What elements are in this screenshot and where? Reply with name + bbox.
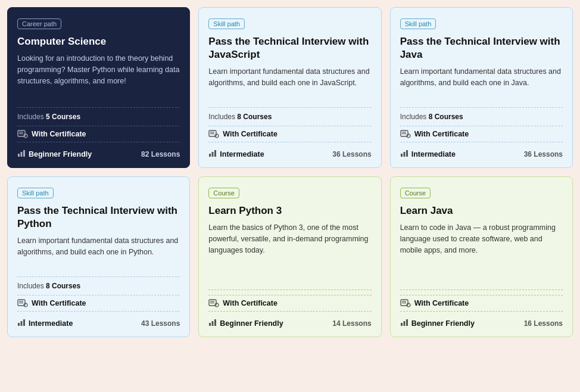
svg-rect-4 bbox=[18, 154, 20, 157]
svg-rect-41 bbox=[406, 319, 408, 326]
card-bottom-row: Beginner Friendly82 Lessons bbox=[17, 146, 180, 159]
card-bottom-row: Intermediate36 Lessons bbox=[400, 146, 563, 159]
card-title: Pass the Technical Interview with Java bbox=[400, 35, 563, 61]
certificate-icon bbox=[208, 299, 219, 307]
lessons-count: 36 Lessons bbox=[524, 150, 563, 158]
card-title: Learn Python 3 bbox=[208, 204, 371, 217]
svg-point-22 bbox=[24, 303, 27, 307]
cert-label: With Certificate bbox=[32, 299, 86, 307]
svg-rect-33 bbox=[212, 321, 214, 326]
svg-point-1 bbox=[24, 134, 27, 138]
level-text: Beginner Friendly bbox=[411, 319, 475, 328]
card-badge: Skill path bbox=[17, 188, 54, 198]
level-text: Beginner Friendly bbox=[220, 319, 283, 328]
card-bottom-row: Intermediate43 Lessons bbox=[17, 315, 180, 328]
svg-rect-26 bbox=[21, 321, 23, 326]
card-includes: Includes 8 Courses bbox=[17, 282, 180, 290]
certificate-icon bbox=[208, 130, 219, 138]
card-divider bbox=[400, 290, 563, 290]
card-1[interactable]: Skill pathPass the Technical Interview w… bbox=[198, 7, 381, 168]
card-title: Learn Java bbox=[400, 204, 563, 217]
card-badge: Skill path bbox=[400, 18, 436, 29]
certificate-icon bbox=[400, 299, 411, 307]
card-badge: Skill path bbox=[208, 18, 245, 29]
card-badge: Course bbox=[400, 188, 431, 198]
card-title: Computer Science bbox=[17, 35, 180, 48]
card-divider bbox=[208, 107, 371, 108]
level-row: Intermediate bbox=[208, 150, 264, 159]
card-description: Looking for an introduction to the theor… bbox=[17, 53, 180, 100]
level-row: Beginner Friendly bbox=[17, 150, 92, 159]
card-divider bbox=[208, 290, 371, 290]
svg-rect-27 bbox=[23, 319, 25, 326]
level-row: Beginner Friendly bbox=[400, 319, 475, 328]
card-badge: Course bbox=[208, 188, 239, 198]
svg-point-29 bbox=[215, 303, 219, 307]
svg-rect-34 bbox=[214, 319, 216, 326]
card-divider bbox=[400, 107, 563, 108]
level-bar-icon bbox=[17, 150, 26, 159]
svg-rect-5 bbox=[21, 152, 23, 157]
card-4[interactable]: CourseLearn Python 3Learn the basics of … bbox=[198, 176, 381, 337]
cert-row: With Certificate bbox=[17, 126, 180, 142]
svg-point-36 bbox=[407, 303, 410, 307]
card-2[interactable]: Skill pathPass the Technical Interview w… bbox=[390, 7, 573, 168]
svg-rect-19 bbox=[403, 152, 405, 157]
svg-rect-20 bbox=[406, 150, 408, 157]
cert-row: With Certificate bbox=[400, 295, 563, 312]
cert-row: With Certificate bbox=[400, 126, 563, 142]
card-includes: Includes 8 Courses bbox=[208, 113, 371, 121]
level-row: Intermediate bbox=[17, 319, 73, 328]
cert-label: With Certificate bbox=[223, 130, 277, 138]
lessons-count: 16 Lessons bbox=[524, 319, 563, 328]
cert-label: With Certificate bbox=[414, 299, 469, 307]
cert-row: With Certificate bbox=[17, 295, 180, 312]
card-description: Learn important fundamental data structu… bbox=[400, 66, 563, 100]
card-includes: Includes 8 Courses bbox=[400, 113, 563, 121]
cert-label: With Certificate bbox=[414, 130, 469, 138]
svg-rect-18 bbox=[401, 154, 403, 157]
svg-rect-32 bbox=[209, 323, 211, 326]
cert-label: With Certificate bbox=[32, 130, 86, 138]
svg-point-15 bbox=[407, 134, 410, 138]
level-text: Intermediate bbox=[411, 150, 456, 158]
certificate-icon bbox=[17, 130, 28, 138]
level-bar-icon bbox=[17, 319, 26, 328]
certificate-icon bbox=[17, 299, 28, 307]
card-bottom-row: Beginner Friendly16 Lessons bbox=[400, 315, 563, 328]
card-grid: Career pathComputer ScienceLooking for a… bbox=[7, 7, 573, 337]
cert-label: With Certificate bbox=[223, 299, 277, 307]
level-text: Intermediate bbox=[29, 319, 73, 328]
lessons-count: 43 Lessons bbox=[141, 319, 180, 328]
level-text: Intermediate bbox=[220, 150, 264, 158]
lessons-count: 36 Lessons bbox=[332, 150, 371, 158]
cert-row: With Certificate bbox=[208, 126, 371, 142]
svg-rect-39 bbox=[401, 323, 403, 326]
cert-row: With Certificate bbox=[208, 295, 371, 312]
card-description: Learn important fundamental data structu… bbox=[17, 235, 180, 269]
card-title: Pass the Technical Interview with JavaSc… bbox=[208, 35, 371, 61]
card-badge: Career path bbox=[17, 18, 61, 29]
lessons-count: 14 Lessons bbox=[332, 319, 371, 328]
svg-rect-12 bbox=[212, 152, 214, 157]
certificate-icon bbox=[400, 130, 411, 138]
card-description: Learn to code in Java — a robust program… bbox=[400, 222, 563, 282]
card-3[interactable]: Skill pathPass the Technical Interview w… bbox=[7, 176, 190, 337]
level-bar-icon bbox=[208, 150, 217, 159]
card-0[interactable]: Career pathComputer ScienceLooking for a… bbox=[7, 7, 190, 168]
svg-rect-25 bbox=[18, 323, 20, 326]
level-bar-icon bbox=[208, 319, 217, 328]
card-divider bbox=[17, 107, 180, 108]
level-row: Intermediate bbox=[400, 150, 456, 159]
svg-rect-11 bbox=[209, 154, 211, 157]
svg-rect-13 bbox=[214, 150, 216, 157]
card-description: Learn important fundamental data structu… bbox=[208, 66, 371, 100]
card-5[interactable]: CourseLearn JavaLearn to code in Java — … bbox=[390, 176, 573, 337]
svg-rect-6 bbox=[23, 150, 25, 157]
card-includes: Includes 5 Courses bbox=[17, 113, 180, 121]
card-bottom-row: Beginner Friendly14 Lessons bbox=[208, 315, 371, 328]
lessons-count: 82 Lessons bbox=[141, 150, 180, 158]
level-bar-icon bbox=[400, 150, 409, 159]
svg-point-8 bbox=[215, 134, 219, 138]
card-bottom-row: Intermediate36 Lessons bbox=[208, 146, 371, 159]
